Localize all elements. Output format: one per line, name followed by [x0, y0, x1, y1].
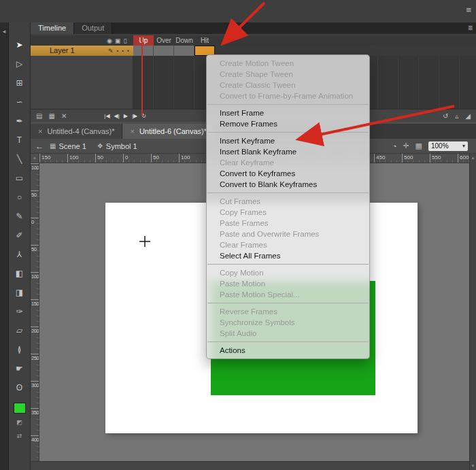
menu-item-clear-frames: Clear Frames	[207, 239, 369, 250]
center-frame-icon[interactable]: ✛	[403, 141, 409, 150]
layer-entry[interactable]: Layer 1 ✎ • • ▪	[31, 46, 133, 56]
menu-item-convert-to-keyframes[interactable]: Convert to Keyframes	[207, 168, 369, 179]
menu-item-label: Paste and Overwrite Frames	[220, 230, 319, 238]
swap-colors-icon[interactable]: ◩	[14, 418, 26, 427]
tab-timeline[interactable]: Timeline	[31, 22, 74, 34]
menu-item-insert-keyframe[interactable]: Insert Keyframe	[207, 135, 369, 146]
menu-item-actions[interactable]: Actions	[207, 345, 369, 356]
subselection-tool[interactable]: ▷	[12, 56, 27, 71]
pencil-tool[interactable]: ✎	[12, 209, 27, 223]
vertical-scrollbar[interactable]: ▲ ▼	[469, 154, 476, 470]
menu-item-paste-and-overwrite-frames: Paste and Overwrite Frames	[207, 229, 369, 239]
eraser-tool[interactable]: ▱	[12, 323, 27, 337]
oval-tool[interactable]: ○	[12, 190, 27, 204]
ruler-label: 50	[151, 154, 179, 163]
app-menu-icon[interactable]: ≡	[466, 5, 471, 15]
menu-item-cut-frames: Cut Frames	[207, 196, 369, 207]
resize-corner-icon[interactable]: ◢	[465, 112, 471, 120]
menu-item-label: Paste Motion	[220, 280, 265, 288]
frame-over-cell[interactable]	[154, 46, 174, 56]
step-back-button[interactable]: ◀|	[114, 113, 120, 119]
horizontal-scrollbar[interactable]	[31, 461, 469, 470]
frame-up-cell[interactable]	[133, 46, 154, 56]
layer-outline-swatch[interactable]: ▪	[127, 48, 129, 54]
breadcrumb-scene[interactable]: Scene 1	[58, 142, 86, 150]
lasso-tool[interactable]: ∽	[12, 95, 27, 109]
ruler-label: 50	[31, 245, 39, 272]
frame-down-cell[interactable]	[174, 46, 194, 56]
play-button[interactable]: ▶	[124, 113, 128, 119]
free-transform-tool[interactable]: ⊞	[12, 75, 27, 90]
step-forward-button[interactable]: |▶	[132, 113, 137, 119]
layer-frames	[133, 46, 215, 56]
ruler-label: 450	[374, 154, 402, 163]
collapse-dock-icon[interactable]: ◂	[3, 28, 6, 35]
tool-options-icon[interactable]: ⇄	[14, 431, 26, 441]
breadcrumb-symbol[interactable]: Symbol 1	[106, 142, 137, 150]
new-layer-icon[interactable]: ▤	[36, 112, 42, 120]
menu-item-insert-blank-keyframe[interactable]: Insert Blank Keyframe	[207, 146, 369, 157]
paint-bucket-tool[interactable]: ◧	[12, 266, 27, 280]
doc-tab-untitled-6[interactable]: × Untitled-6 (Canvas)*	[122, 124, 214, 139]
menu-item-convert-to-blank-keyframes[interactable]: Convert to Blank Keyframes	[207, 179, 369, 190]
playhead[interactable]	[141, 35, 143, 116]
fill-color-swatch[interactable]	[14, 403, 26, 414]
doc-tab-untitled-4[interactable]: × Untitled-4 (Canvas)*	[31, 124, 122, 139]
menu-item-label: Insert Blank Keyframe	[220, 148, 296, 156]
clip-content-icon[interactable]: ▦	[415, 141, 422, 150]
width-tool[interactable]: ≬	[12, 342, 27, 356]
rectangle-tool[interactable]: ▭	[12, 171, 27, 185]
menu-item-convert-to-frame-by-frame-animation: Convert to Frame-by-Frame Animation	[207, 90, 369, 101]
layer-lock-dot[interactable]: •	[122, 48, 124, 54]
ink-bottle-tool[interactable]: ◨	[12, 285, 27, 299]
go-to-first-frame-button[interactable]: |◀	[104, 113, 109, 119]
frame-label-down[interactable]: Down	[174, 35, 194, 46]
frame-label-over[interactable]: Over	[154, 35, 174, 46]
back-arrow-icon[interactable]: ←	[35, 141, 44, 151]
close-icon[interactable]: ×	[38, 127, 42, 135]
reset-timeline-icon[interactable]: ↺	[443, 112, 448, 120]
ruler-label: 100	[31, 272, 39, 299]
hand-tool[interactable]: ☛	[12, 361, 27, 375]
edit-symbols-icon[interactable]: ◔	[392, 142, 397, 150]
zoom-dropdown[interactable]: 100% ▾	[428, 141, 468, 151]
timeline-tab-bar: Timeline Output ≡	[31, 22, 476, 34]
layer-name[interactable]: Layer 1	[50, 46, 108, 56]
menu-item-label: Actions	[220, 346, 245, 354]
text-tool[interactable]: T	[12, 133, 27, 147]
frame-label-hit[interactable]: Hit	[194, 35, 215, 46]
zoom-tool[interactable]: ʘ	[12, 380, 27, 395]
bone-tool[interactable]: ⅄	[12, 247, 27, 261]
scene-icon: ▦	[50, 142, 56, 150]
close-icon[interactable]: ×	[130, 127, 134, 135]
layer-visibility-dot[interactable]: •	[117, 48, 119, 54]
menu-separator-3	[207, 192, 369, 193]
symbol-icon: ❖	[97, 142, 103, 150]
menu-item-insert-frame[interactable]: Insert Frame	[207, 107, 369, 118]
brush-tool[interactable]: ✐	[12, 228, 27, 242]
frame-label-up[interactable]: Up	[133, 35, 154, 46]
dock-strip: ◂	[0, 22, 9, 470]
line-tool[interactable]: ╲	[12, 152, 27, 166]
menu-item-remove-frames[interactable]: Remove Frames	[207, 118, 369, 129]
frame-size-slider-icon[interactable]: ▵	[455, 112, 458, 120]
tab-output[interactable]: Output	[74, 22, 112, 34]
ruler-label: 550	[430, 154, 458, 163]
timeline-panel-menu-icon[interactable]: ≡	[468, 22, 473, 34]
playback-controls: |◀◀|▶|▶↻	[104, 113, 146, 119]
menu-separator-1	[207, 104, 369, 105]
selection-tool[interactable]: ➤	[12, 37, 27, 52]
pen-tool[interactable]: ✒	[12, 114, 27, 128]
scroll-up-icon[interactable]: ▲	[471, 156, 475, 160]
eyedropper-tool[interactable]: ✑	[12, 304, 27, 318]
lock-all-layers-icon[interactable]: ▣	[115, 37, 121, 44]
ruler-label: 50	[95, 154, 123, 163]
delete-layer-icon[interactable]: ✕	[61, 112, 67, 120]
new-folder-icon[interactable]: ▦	[48, 112, 54, 120]
menu-item-select-all-frames[interactable]: Select All Frames	[207, 250, 369, 261]
ruler-label: 150	[39, 154, 67, 163]
menu-item-label: Synchronize Symbols	[220, 318, 295, 326]
show-hide-all-layers-icon[interactable]: ◉	[107, 37, 112, 44]
outline-all-layers-icon[interactable]: ▯	[123, 37, 126, 44]
scroll-down-icon[interactable]: ▼	[471, 464, 475, 468]
